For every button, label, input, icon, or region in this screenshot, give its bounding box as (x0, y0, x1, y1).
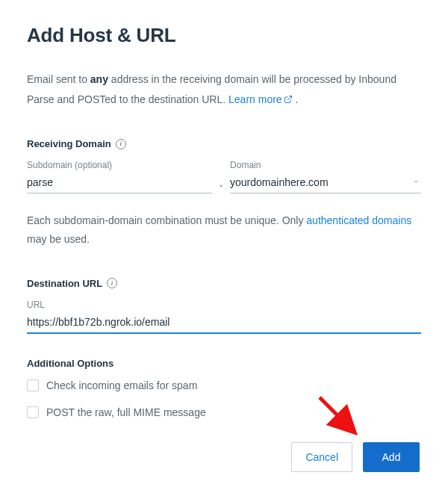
receiving-domain-label: Receiving Domain i (27, 138, 421, 149)
raw-mime-label: POST the raw, full MIME message (46, 406, 206, 418)
intro-period: . (293, 93, 299, 105)
domain-separator: . (218, 177, 224, 193)
learn-more-link[interactable]: Learn more (228, 93, 293, 105)
unique-note-suffix: may be used. (27, 233, 90, 245)
svg-line-0 (287, 96, 292, 100)
spam-check-row[interactable]: Check incoming emails for spam (27, 379, 421, 391)
raw-mime-row[interactable]: POST the raw, full MIME message (27, 406, 421, 418)
destination-url-label-text: Destination URL (27, 278, 102, 289)
add-button[interactable]: Add (363, 442, 420, 472)
info-icon[interactable]: i (107, 278, 117, 288)
intro-prefix: Email sent to (27, 73, 90, 85)
unique-note-prefix: Each subdomain-domain combination must b… (27, 214, 306, 226)
external-link-icon (284, 90, 293, 111)
receiving-domain-label-text: Receiving Domain (27, 138, 111, 149)
raw-mime-checkbox[interactable] (27, 406, 39, 418)
info-icon[interactable]: i (116, 139, 126, 149)
additional-options-label-text: Additional Options (27, 358, 113, 369)
intro-text: Email sent to any address in the receivi… (27, 69, 421, 110)
page-title: Add Host & URL (27, 24, 421, 47)
cancel-button[interactable]: Cancel (291, 442, 352, 472)
subdomain-input[interactable] (27, 173, 212, 193)
domain-label: Domain (230, 160, 421, 170)
intro-bold: any (90, 73, 108, 85)
spam-checkbox[interactable] (27, 379, 39, 391)
subdomain-label: Subdomain (optional) (27, 160, 212, 170)
additional-options-label: Additional Options (27, 358, 421, 369)
spam-check-label: Check incoming emails for spam (46, 379, 197, 391)
destination-url-label: Destination URL i (27, 278, 421, 289)
authenticated-domains-link[interactable]: authenticated domains (306, 214, 411, 226)
url-label: URL (27, 300, 421, 310)
domain-select[interactable] (230, 173, 421, 193)
learn-more-text: Learn more (228, 93, 282, 105)
destination-url-input[interactable] (27, 313, 421, 334)
unique-note: Each subdomain-domain combination must b… (27, 211, 421, 249)
